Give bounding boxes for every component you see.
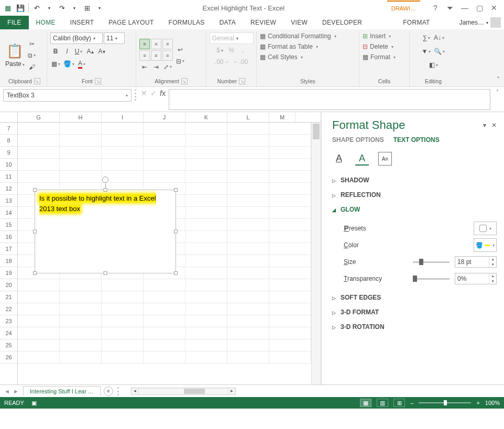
row-9[interactable]: 9 — [0, 147, 17, 159]
fx-icon[interactable]: fx — [160, 89, 166, 97]
horizontal-scrollbar[interactable]: ◄ ► — [131, 388, 236, 395]
row-19[interactable]: 19 — [0, 267, 17, 279]
row-21[interactable]: 21 — [0, 291, 17, 303]
orientation-icon[interactable]: ⤢▾ — [162, 62, 173, 72]
tab-page-layout[interactable]: PAGE LAYOUT — [101, 16, 161, 29]
row-22[interactable]: 22 — [0, 303, 17, 315]
autosum-icon[interactable]: ∑▾ — [421, 32, 432, 43]
undo-drop-icon[interactable]: ▾ — [43, 2, 55, 14]
number-dialog-icon[interactable]: ↘ — [239, 78, 245, 84]
sheet-nav-next-icon[interactable]: ► — [13, 388, 19, 394]
merge-center-icon[interactable]: ⊟▾ — [175, 56, 185, 67]
row-20[interactable]: 20 — [0, 279, 17, 291]
tab-file[interactable]: FILE — [0, 16, 29, 29]
textbox-text[interactable]: Is it possible to highlight text in a Ex… — [39, 194, 156, 213]
decrease-indent-icon[interactable]: ⇤ — [139, 62, 150, 72]
row-24[interactable]: 24 — [0, 327, 17, 339]
zoom-slider[interactable] — [419, 402, 471, 403]
align-top-center-icon[interactable]: ≡ — [151, 39, 161, 49]
rotate-handle-icon[interactable] — [102, 177, 108, 183]
section-glow[interactable]: ◢GLOW — [332, 202, 497, 217]
glow-presets-dropdown[interactable]: ▾ — [474, 222, 497, 235]
increase-decimal-icon[interactable]: .00→ — [214, 57, 231, 67]
row-17[interactable]: 17 — [0, 243, 17, 255]
resize-handle-s[interactable] — [104, 271, 107, 275]
close-icon[interactable]: ✕ — [489, 4, 499, 12]
shape-options-tab[interactable]: SHAPE OPTIONS — [332, 136, 384, 146]
name-box[interactable]: TextBox 3▾ — [3, 89, 132, 102]
format-cells-button[interactable]: ▦Format▾ — [363, 53, 396, 61]
number-format-combo[interactable]: General▾ — [210, 32, 254, 44]
row-12[interactable]: 12 — [0, 183, 17, 195]
insert-cells-button[interactable]: ⊞Insert▾ — [363, 32, 391, 40]
resize-handle-e[interactable] — [174, 230, 178, 234]
row-7[interactable]: 7 — [0, 123, 17, 135]
row-8[interactable]: 8 — [0, 135, 17, 147]
collapse-ribbon-icon[interactable]: ˄ — [497, 76, 500, 83]
align-left-icon[interactable]: ≡ — [139, 50, 150, 61]
drawing-tools-tab[interactable]: DRAWI… — [387, 1, 420, 15]
text-options-tab[interactable]: TEXT OPTIONS — [393, 136, 440, 146]
row-10[interactable]: 10 — [0, 159, 17, 171]
ribbon-display-icon[interactable]: ⏷ — [445, 4, 455, 12]
col-L[interactable]: L — [227, 112, 269, 122]
fill-color-icon[interactable]: 🪣▾ — [62, 59, 75, 69]
zoom-out-icon[interactable]: – — [410, 400, 413, 406]
font-name-combo[interactable]: Calibri (Body)▾ — [50, 32, 103, 44]
qat-customize-icon[interactable]: ▾ — [94, 2, 105, 14]
glow-transparency-slider[interactable] — [413, 278, 450, 280]
redo-icon[interactable]: ↷ — [56, 2, 68, 14]
resize-handle-sw[interactable] — [33, 271, 37, 275]
font-size-combo[interactable]: 11▾ — [104, 32, 125, 44]
enter-formula-icon[interactable]: ✓ — [150, 89, 157, 97]
col-I[interactable]: I — [102, 112, 144, 122]
new-sheet-icon[interactable]: + — [104, 387, 113, 396]
font-dialog-icon[interactable]: ↘ — [95, 78, 101, 84]
minimize-icon[interactable]: — — [460, 4, 469, 12]
tab-view[interactable]: VIEW — [283, 16, 315, 29]
view-normal-icon[interactable]: ▦ — [360, 399, 371, 407]
format-as-table-button[interactable]: ▦Format as Table▾ — [260, 43, 318, 50]
account-drop-icon[interactable]: ▾ — [486, 20, 488, 25]
section-reflection[interactable]: ▷REFLECTION — [332, 188, 497, 202]
tab-data[interactable]: DATA — [212, 16, 243, 29]
section-shadow[interactable]: ▷SHADOW — [332, 173, 497, 188]
cell-styles-button[interactable]: ▦Cell Styles▾ — [260, 53, 303, 61]
tab-insert[interactable]: INSERT — [63, 16, 102, 29]
row-11[interactable]: 11 — [0, 171, 17, 183]
help-icon[interactable]: ? — [431, 4, 440, 12]
resize-handle-se[interactable] — [174, 271, 178, 275]
paste-icon[interactable]: 📋 — [6, 43, 23, 59]
comma-icon[interactable]: , — [238, 45, 248, 56]
col-M[interactable]: M — [269, 112, 295, 122]
glow-transparency-input[interactable]: 0%▴▾ — [455, 273, 497, 284]
tab-format[interactable]: FORMAT — [396, 16, 437, 29]
percent-icon[interactable]: % — [226, 45, 237, 56]
accounting-icon[interactable]: $▾ — [215, 45, 225, 56]
find-select-icon[interactable]: 🔍▾ — [433, 46, 446, 57]
pane-menu-icon[interactable]: ▾ — [483, 122, 486, 129]
redo-drop-icon[interactable]: ▾ — [69, 2, 80, 14]
conditional-formatting-button[interactable]: ▦Conditional Formatting▾ — [260, 32, 336, 40]
resize-handle-n[interactable] — [104, 188, 107, 192]
save-icon[interactable]: 💾 — [15, 2, 26, 14]
sort-filter-icon[interactable]: A↓▾ — [433, 32, 445, 43]
cells-area[interactable]: // placeholder - rows rendered below via… — [18, 123, 311, 384]
row-25[interactable]: 25 — [0, 339, 17, 351]
view-page-layout-icon[interactable]: ▥ — [377, 399, 388, 407]
font-color-icon[interactable]: A▾ — [76, 59, 87, 69]
maximize-icon[interactable]: ▢ — [475, 4, 484, 12]
resize-handle-ne[interactable] — [174, 188, 178, 192]
fill-icon[interactable]: ▼▾ — [421, 46, 432, 57]
increase-font-icon[interactable]: A▴ — [85, 46, 95, 57]
text-fill-outline-icon[interactable]: A — [332, 152, 346, 166]
format-painter-icon[interactable]: 🖌 — [27, 62, 37, 72]
col-H[interactable]: H — [60, 112, 102, 122]
cut-icon[interactable]: ✂ — [27, 39, 37, 49]
copy-icon[interactable]: ⧉▾ — [27, 50, 37, 61]
glow-color-dropdown[interactable]: 🪣▾ — [474, 238, 497, 252]
align-top-right-icon[interactable]: ≡ — [162, 39, 173, 49]
col-K[interactable]: K — [185, 112, 227, 122]
resize-handle-nw[interactable] — [33, 188, 37, 192]
row-26[interactable]: 26 — [0, 351, 17, 364]
